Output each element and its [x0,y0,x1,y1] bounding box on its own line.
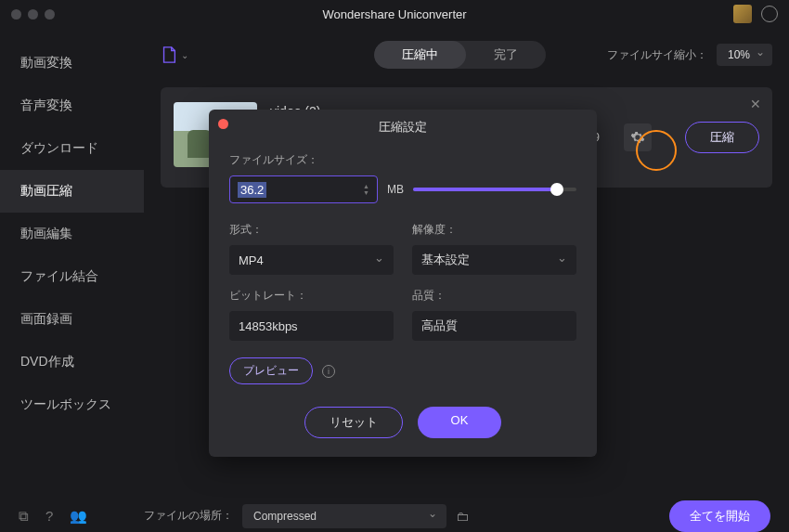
app-title: Wondershare Uniconverter [322,7,466,21]
settings-button[interactable] [624,123,652,151]
window-controls [11,9,55,19]
bitrate-label: ビットレート： [229,288,394,304]
modal-title: 圧縮設定 [379,120,427,134]
quality-field[interactable]: 高品質 [412,311,576,341]
sidebar-item-video-compress[interactable]: 動画圧縮 [0,170,144,213]
sidebar-item-file-merge[interactable]: ファイル結合 [0,255,144,298]
zoom-window-icon[interactable] [45,9,55,19]
sidebar-item-download[interactable]: ダウンロード [0,127,144,170]
chevron-down-icon: ⌄ [181,50,188,60]
toolbar: ⌄ 圧縮中 完了 ファイルサイ縮小： 10% [161,37,772,72]
close-window-icon[interactable] [11,9,21,19]
gear-icon [630,130,645,145]
modal-close-icon[interactable] [218,119,228,129]
folder-icon[interactable]: 🗀 [456,509,469,524]
sidebar-item-audio-convert[interactable]: 音声変換 [0,84,144,127]
avatar[interactable] [733,5,752,23]
close-icon[interactable]: ✕ [750,97,761,111]
preview-button[interactable]: プレビュー [229,357,313,384]
filesize-unit: MB [387,183,404,196]
start-all-button[interactable]: 全てを開始 [669,500,770,532]
location-select[interactable]: Compressed [242,504,446,528]
sidebar-item-dvd-create[interactable]: DVD作成 [0,341,144,383]
book-icon[interactable]: ⧉ [19,508,29,525]
sidebar-item-screen-record[interactable]: 画面録画 [0,298,144,341]
format-label: 形式： [229,222,394,238]
format-select[interactable]: MP4 [229,245,394,275]
sidebar-item-video-edit[interactable]: 動画編集 [0,213,144,255]
location-label: ファイルの場所： [144,508,233,524]
quality-label: 品質： [412,288,576,304]
minimize-window-icon[interactable] [28,9,38,19]
sidebar-item-video-convert[interactable]: 動画変換 [0,42,144,84]
tab-done[interactable]: 完了 [466,41,546,69]
filesize-input[interactable]: 36.2 ▲▼ [229,175,378,203]
help-icon[interactable]: ? [45,508,53,525]
stepper-icon[interactable]: ▲▼ [363,184,369,196]
resolution-label: 解像度： [412,222,576,238]
filesize-value: 36.2 [238,182,266,198]
ok-button[interactable]: OK [418,407,502,438]
filesize-label: ファイルサイズ： [229,152,576,168]
shrink-select[interactable]: 10% [717,44,772,66]
resolution-select[interactable]: 基本設定 [412,245,576,275]
titlebar: Wondershare Uniconverter [0,0,789,28]
reset-button[interactable]: リセット [304,407,403,438]
compress-button[interactable]: 圧縮 [685,122,759,153]
bitrate-field[interactable]: 14853kbps [229,311,394,341]
sidebar-item-toolbox[interactable]: ツールボックス [0,383,144,426]
compress-settings-modal: 圧縮設定 ファイルサイズ： 36.2 ▲▼ MB 形式： MP4 解像度： 基本… [209,110,597,457]
tab-compressing[interactable]: 圧縮中 [374,41,466,69]
info-icon[interactable]: i [322,365,335,378]
users-icon[interactable]: 👥 [70,508,87,525]
sidebar: 動画変換 音声変換 ダウンロード 動画圧縮 動画編集 ファイル結合 画面録画 D… [0,28,144,500]
shrink-label: ファイルサイ縮小： [607,47,707,63]
add-file-button[interactable]: ⌄ [161,45,188,64]
filesize-slider[interactable] [413,188,576,191]
feedback-icon[interactable] [761,6,778,22]
footer: ⧉ ? 👥 ファイルの場所： Compressed 🗀 全てを開始 [0,500,789,532]
status-tabs: 圧縮中 完了 [374,41,546,69]
